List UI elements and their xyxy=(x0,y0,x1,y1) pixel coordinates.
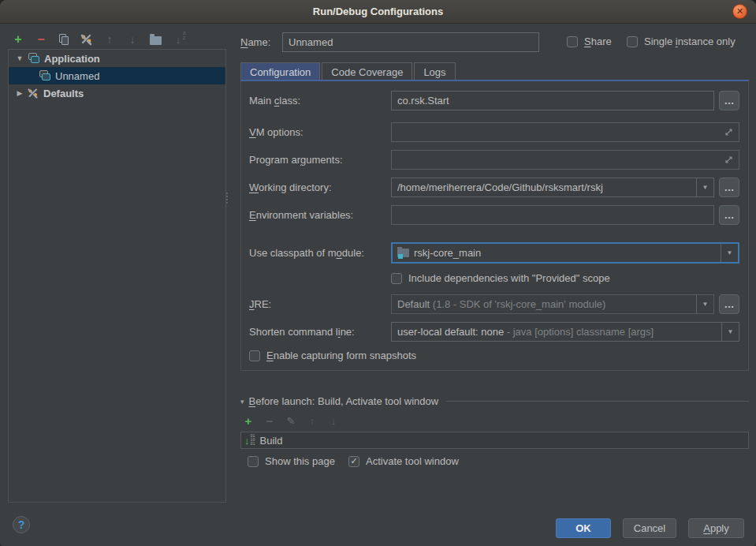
tree-item-unnamed[interactable]: Unnamed xyxy=(9,67,225,84)
environment-variables-label: Environment variables: xyxy=(249,209,353,221)
before-launch-task-build[interactable]: ↓ 011001 Build xyxy=(240,432,749,449)
tree-item-label: Unnamed xyxy=(55,70,99,82)
share-checkbox[interactable] xyxy=(567,36,578,47)
configurations-tree: ▼ Application Unnamed ▶ Defaults xyxy=(8,49,226,503)
folder-icon xyxy=(150,36,162,45)
name-input[interactable] xyxy=(282,32,539,52)
working-directory-combo[interactable]: /home/meriherrera/Code/Github/rsksmart/r… xyxy=(391,178,714,197)
create-folder-icon[interactable] xyxy=(147,31,164,48)
add-configuration-icon[interactable]: + xyxy=(9,31,27,48)
wrench-icon xyxy=(80,32,94,47)
main-class-label: Main class: xyxy=(249,95,300,107)
remove-task-icon[interactable]: − xyxy=(263,413,276,428)
show-this-page-label: Show this page xyxy=(265,455,335,467)
add-task-icon[interactable]: + xyxy=(242,413,255,428)
environment-variables-field[interactable] xyxy=(391,205,714,225)
expand-field-icon[interactable] xyxy=(724,155,733,164)
name-label: Name: xyxy=(240,36,270,48)
jre-label: JRE: xyxy=(249,298,271,310)
ok-button[interactable]: OK xyxy=(556,518,611,538)
tab-code-coverage[interactable]: Code Coverage xyxy=(322,62,412,80)
run-debug-configurations-dialog: Run/Debug Configurations ✕ + − ↑ ↓ ↓a z … xyxy=(0,0,756,546)
dropdown-arrow-icon[interactable]: ▼ xyxy=(721,323,739,341)
use-classpath-value: rskj-core_main xyxy=(414,247,721,259)
defaults-wrench-icon xyxy=(27,87,39,99)
move-down-icon[interactable]: ↓ xyxy=(124,31,141,48)
use-classpath-label: Use classpath of module: xyxy=(249,247,364,259)
share-label: Share xyxy=(584,36,612,47)
activate-tool-window-label: Activate tool window xyxy=(366,455,459,467)
shorten-command-line-label: Shorten command line: xyxy=(249,326,355,338)
configurations-toolbar: + − ↑ ↓ ↓a z xyxy=(9,30,187,49)
section-divider xyxy=(446,401,749,402)
vm-options-field[interactable] xyxy=(391,122,739,142)
working-directory-label: Working directory: xyxy=(249,181,332,193)
move-up-icon[interactable]: ↑ xyxy=(101,31,118,48)
jre-browse-button[interactable]: … xyxy=(719,294,739,314)
before-launch-section-header: ▾ Before launch: Build, Activate tool wi… xyxy=(240,395,749,407)
vm-options-label: VM options: xyxy=(249,126,304,138)
move-task-up-icon[interactable]: ↑ xyxy=(306,413,318,428)
shorten-command-line-combo[interactable]: user-local default: none - java [options… xyxy=(391,322,739,342)
tab-configuration[interactable]: Configuration xyxy=(240,62,320,80)
remove-configuration-icon[interactable]: − xyxy=(32,31,50,48)
dropdown-arrow-icon[interactable]: ▼ xyxy=(721,244,738,262)
single-instance-checkbox[interactable] xyxy=(627,36,638,47)
single-instance-checkbox-row[interactable]: Single instance only xyxy=(627,36,736,47)
single-instance-label: Single instance only xyxy=(644,36,736,47)
dropdown-arrow-icon[interactable]: ▼ xyxy=(696,178,713,196)
enable-capturing-row[interactable]: Enable capturing form snapshots xyxy=(249,350,416,361)
copy-configuration-icon[interactable] xyxy=(55,31,73,48)
title-bar: Run/Debug Configurations ✕ xyxy=(0,0,756,24)
expand-field-icon[interactable] xyxy=(724,128,733,136)
environment-variables-browse-button[interactable]: … xyxy=(719,205,739,225)
build-icon: ↓ 011001 xyxy=(244,435,255,447)
include-dependencies-row[interactable]: Include dependencies with "Provided" sco… xyxy=(391,272,610,284)
copy-icon xyxy=(59,34,69,46)
main-class-field[interactable]: co.rsk.Start xyxy=(391,91,714,110)
show-this-page-checkbox[interactable] xyxy=(248,456,259,467)
before-launch-toolbar: + − ✎ ↑ ↓ xyxy=(242,413,340,428)
dropdown-arrow-icon[interactable]: ▼ xyxy=(696,295,713,313)
edit-task-icon[interactable]: ✎ xyxy=(285,413,297,428)
activate-tool-window-checkbox[interactable]: ✓ xyxy=(348,456,359,467)
edit-defaults-icon[interactable] xyxy=(78,31,95,48)
tree-item-label: Defaults xyxy=(43,88,84,99)
sort-az-icon: ↓a z xyxy=(176,34,181,46)
tree-expanded-icon[interactable]: ▼ xyxy=(15,54,24,62)
tree-item-application[interactable]: ▼ Application xyxy=(9,50,225,67)
use-classpath-combo[interactable]: rskj-core_main ▼ xyxy=(391,242,739,264)
section-collapse-icon[interactable]: ▾ xyxy=(240,398,244,406)
enable-capturing-checkbox[interactable] xyxy=(249,350,260,361)
window-title: Run/Debug Configurations xyxy=(313,6,443,17)
working-directory-browse-button[interactable]: … xyxy=(719,178,739,197)
tree-collapsed-icon[interactable]: ▶ xyxy=(15,89,24,97)
apply-button[interactable]: Apply xyxy=(688,518,744,538)
build-digits: 011001 xyxy=(251,435,255,447)
help-button[interactable]: ? xyxy=(13,516,30,533)
shorten-command-line-value: user-local default: none - java [options… xyxy=(397,326,721,338)
share-checkbox-row[interactable]: Share xyxy=(567,36,612,47)
tab-logs[interactable]: Logs xyxy=(414,62,455,80)
program-arguments-field[interactable] xyxy=(391,150,739,170)
cancel-button[interactable]: Cancel xyxy=(623,518,676,538)
application-type-icon xyxy=(39,70,51,81)
close-icon[interactable]: ✕ xyxy=(732,4,747,19)
include-dependencies-label: Include dependencies with "Provided" sco… xyxy=(408,272,610,284)
program-arguments-label: Program arguments: xyxy=(249,154,343,166)
move-task-down-icon[interactable]: ↓ xyxy=(327,413,340,428)
tree-item-defaults[interactable]: ▶ Defaults xyxy=(9,84,225,102)
task-label: Build xyxy=(260,435,283,447)
main-class-value: co.rsk.Start xyxy=(397,95,449,107)
main-class-browse-button[interactable]: … xyxy=(719,91,739,110)
show-this-page-row[interactable]: Show this page xyxy=(248,455,335,467)
tab-bar: Configuration Code Coverage Logs xyxy=(240,62,456,80)
panel-splitter[interactable] xyxy=(225,193,229,210)
module-icon xyxy=(397,249,409,258)
jre-value: Default (1.8 - SDK of 'rskj-core_main' m… xyxy=(397,298,696,310)
before-launch-title: Before launch: Build, Activate tool wind… xyxy=(249,395,439,407)
sort-configurations-icon[interactable]: ↓a z xyxy=(169,31,187,48)
include-dependencies-checkbox[interactable] xyxy=(391,273,402,284)
jre-combo[interactable]: Default (1.8 - SDK of 'rskj-core_main' m… xyxy=(391,294,714,314)
activate-tool-window-row[interactable]: ✓ Activate tool window xyxy=(348,455,459,467)
